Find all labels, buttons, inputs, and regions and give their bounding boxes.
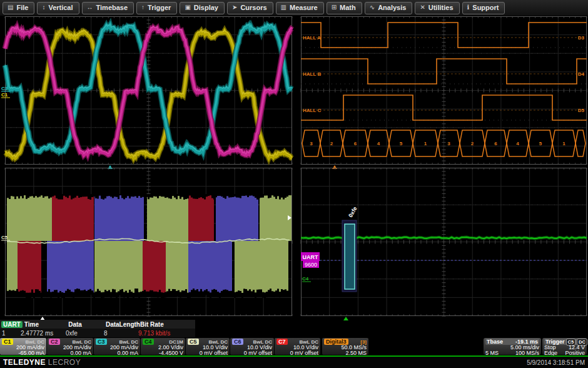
menu-bar: ▤File ↕Vertical ↔Timebase ↑Trigger ▣Disp… — [0, 0, 588, 16]
uart-decode-table: UART Time Data DataLength Bit Rate 1 2.4… — [0, 320, 195, 337]
menu-analysis-label: Analysis — [378, 4, 406, 11]
menu-vertical-label: Vertical — [48, 4, 73, 11]
channel-c5-badge: C5 — [188, 339, 199, 345]
menu-measure-label: Measure — [290, 4, 318, 11]
menu-display-label: Display — [194, 4, 218, 11]
channel-c6-badge: C6 — [232, 339, 243, 345]
channel-c7-offset: 0 mV offset — [276, 350, 318, 356]
menu-analysis[interactable]: ∿Analysis — [365, 2, 413, 14]
svg-text:UART: UART — [303, 254, 318, 260]
menu-utilities[interactable]: ✕Utilities — [415, 2, 459, 14]
channel-c6-descriptor[interactable]: C6BwL DC 10.0 V/div 0 mV offset — [230, 338, 274, 355]
timebase-samples: 5 MS — [485, 350, 499, 356]
svg-text:1: 1 — [562, 141, 565, 146]
channel-c4-descriptor[interactable]: C4DC1M 2.00 V/div -4.4500 V — [141, 338, 185, 355]
menu-cursors[interactable]: ➤Cursors — [227, 2, 273, 14]
display-icon: ▣ — [185, 4, 190, 11]
svg-text:5: 5 — [400, 141, 403, 146]
math-icon: ⊞ — [332, 4, 337, 11]
trigger-descriptor[interactable]: Trigger C5 DC Stop12.4 V EdgePositive — [542, 338, 587, 355]
svg-text:C3: C3 — [1, 86, 8, 91]
channel-c3-descriptor[interactable]: C3BwL DC 200 mA/div 0.00 mA — [94, 338, 140, 355]
trigger-slope: Positive — [565, 350, 585, 356]
menu-file-label: File — [16, 4, 28, 11]
svg-text:6: 6 — [354, 141, 357, 146]
svg-text:D5: D5 — [578, 108, 585, 113]
trigger-edge-icon: ↑ — [141, 4, 144, 11]
digital3-samples: 2.50 MS — [324, 350, 367, 356]
menu-trigger[interactable]: ↑Trigger — [136, 2, 177, 14]
svg-text:HALL A: HALL A — [303, 35, 321, 41]
channel-c4-offset: -4.4500 V — [143, 350, 183, 356]
cursor-icon: ➤ — [232, 4, 237, 11]
file-icon: ▤ — [8, 4, 13, 11]
channel-c5-descriptor[interactable]: C5BwL DC 10.0 V/div 0 mV offset — [186, 338, 230, 355]
svg-text:4: 4 — [516, 141, 519, 146]
channel-c1-descriptor[interactable]: C1BwL DC 200 mA/div -65.00 mA — [0, 338, 46, 355]
menu-support[interactable]: ℹSupport — [462, 2, 505, 14]
timebase-descriptor[interactable]: Tbase -19.1 ms 5.00 ms/div 5 MS100 MS/s — [484, 338, 541, 355]
svg-text:C1: C1 — [1, 92, 8, 98]
channel-c7-descriptor[interactable]: C7BwL DC 10.0 V/div 0 mV offset — [275, 338, 320, 355]
menu-math-label: Math — [340, 4, 356, 11]
scope-display[interactable]: C3C1HALL AD3HALL BD4HALL CD5326451326451… — [0, 0, 588, 368]
row-data: 0xfe — [66, 330, 104, 337]
channel-c3-offset: 0.00 mA — [96, 350, 138, 356]
measure-icon: ▥ — [281, 4, 286, 11]
menu-file[interactable]: ▤File — [3, 2, 34, 14]
svg-text:9600: 9600 — [305, 262, 317, 268]
col-header-data: Data — [68, 321, 106, 328]
col-header-datalength: DataLength — [106, 321, 140, 328]
svg-text:3: 3 — [447, 141, 450, 146]
brand-teledyne: TELEDYNE — [3, 358, 46, 367]
svg-text:D3: D3 — [578, 35, 585, 41]
menu-vertical[interactable]: ↕Vertical — [37, 2, 79, 14]
menu-measure[interactable]: ▥Measure — [276, 2, 324, 14]
oscilloscope-screen: C3C1HALL AD3HALL BD4HALL CD5326451326451… — [0, 0, 588, 368]
svg-text:HALL B: HALL B — [303, 71, 321, 77]
uart-table-row[interactable]: 1 2.47772 ms 0xfe 8 9.713 kbit/s — [0, 329, 195, 337]
svg-text:3: 3 — [310, 141, 313, 146]
svg-text:2: 2 — [471, 141, 474, 146]
svg-text:5: 5 — [539, 141, 542, 146]
channel-c4-badge: C4 — [143, 339, 154, 345]
menu-utilities-label: Utilities — [428, 4, 454, 11]
row-datalength: 8 — [104, 330, 138, 337]
svg-text:HALL C: HALL C — [303, 108, 321, 113]
svg-text:1: 1 — [424, 141, 427, 146]
row-index: 1 — [0, 330, 21, 337]
uart-protocol-badge: UART — [1, 321, 23, 328]
analysis-wave-icon: ∿ — [370, 4, 375, 11]
timebase-samplerate: 100 MS/s — [515, 350, 539, 356]
trigger-type: Edge — [544, 350, 557, 356]
menu-math[interactable]: ⊞Math — [327, 2, 362, 14]
menu-timebase-label: Timebase — [96, 4, 128, 11]
svg-text:4: 4 — [377, 141, 380, 146]
menu-cursors-label: Cursors — [240, 4, 266, 11]
col-header-bitrate: Bit Rate — [140, 321, 195, 328]
vertical-arrows-icon: ↕ — [42, 4, 45, 11]
channel-descriptor-bar: C1BwL DC 200 mA/div -65.00 mA C2BwL DC 2… — [0, 338, 588, 355]
menu-display[interactable]: ▣Display — [180, 2, 225, 14]
channel-c7-badge: C7 — [276, 339, 288, 345]
channel-c2-offset: 0.00 mA — [49, 350, 91, 356]
menu-support-label: Support — [472, 4, 499, 11]
channel-c1-badge: C1 — [2, 339, 13, 345]
support-info-icon: ℹ — [467, 4, 470, 11]
menu-timebase[interactable]: ↔Timebase — [82, 2, 134, 14]
horizontal-arrows-icon: ↔ — [87, 4, 93, 11]
uart-table-header: UART Time Data DataLength Bit Rate — [0, 320, 195, 329]
channel-c2-badge: C2 — [49, 339, 60, 345]
channel-c5-offset: 0 mV offset — [188, 350, 228, 356]
svg-text:6: 6 — [494, 141, 497, 146]
svg-text:C4: C4 — [302, 276, 309, 282]
status-bar: TELEDYNE LECROY 5/9/2014 3:18:51 PM — [0, 357, 588, 368]
brand-lecroy: LECROY — [48, 358, 81, 367]
channel-c2-descriptor[interactable]: C2BwL DC 200 mA/div 0.00 mA — [47, 338, 93, 355]
svg-text:2: 2 — [330, 141, 333, 146]
brand-logo: TELEDYNE LECROY — [3, 358, 81, 367]
row-time: 2.47772 ms — [21, 330, 66, 337]
digital3-descriptor[interactable]: Digital3[3] 50.0 MS/s 2.50 MS — [322, 338, 368, 355]
channel-c3-badge: C3 — [96, 339, 107, 345]
row-bitrate: 9.713 kbit/s — [138, 330, 195, 337]
